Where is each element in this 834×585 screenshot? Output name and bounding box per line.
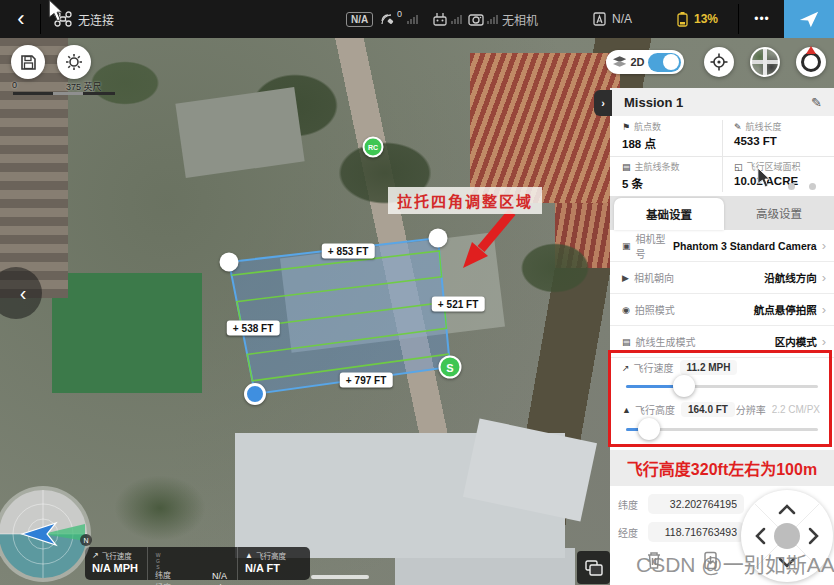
back-icon: ‹ (17, 6, 24, 32)
edge-length-value: 853 FT (337, 246, 369, 257)
mission-settings-button[interactable] (57, 45, 91, 79)
speed-icon: ↗ (622, 363, 630, 373)
tab-basic-settings[interactable]: 基础设置 (614, 198, 724, 230)
battery-percent: 13% (694, 12, 718, 26)
scale-start-label: 0 (12, 80, 17, 90)
rc-marker-label: RC (368, 144, 378, 151)
altitude-slider-handle[interactable] (638, 418, 660, 440)
heading-icon: ▶ (622, 273, 629, 283)
waypoints-icon: ⚑ (622, 122, 630, 132)
locate-button[interactable] (704, 47, 734, 77)
map-type-button[interactable] (577, 551, 610, 584)
airplane-icon (798, 8, 820, 30)
edge-length-label[interactable]: +853 FT (322, 244, 375, 259)
rc-location-marker: RC (363, 137, 384, 158)
compass-mode-button[interactable] (796, 47, 826, 77)
edge-length-label[interactable]: +797 FT (340, 373, 393, 388)
speed-row: ↗ 飞行速度 11.2 MPH (610, 360, 834, 375)
back-button[interactable]: ‹ (8, 0, 34, 38)
longitude-label: 经度 (618, 525, 642, 540)
stat-value: 4533 FT (734, 135, 834, 147)
flight-mode-icon (592, 11, 607, 27)
dpad-right-icon (810, 529, 817, 543)
edge-length-label[interactable]: +538 FT (227, 321, 280, 336)
more-icon: ••• (754, 12, 770, 26)
panel-collapse-tab[interactable]: › (594, 90, 612, 116)
camera-signal (468, 0, 498, 38)
home-indicator (311, 575, 369, 579)
flight-sliders: ↗ 飞行速度 11.2 MPH ▲ 飞行高度 164.0 FT 分辨率 2.2 … (610, 352, 834, 446)
north-needle-icon (806, 46, 816, 54)
view-mode-toggle[interactable]: 2D (606, 50, 684, 74)
rc-status (432, 0, 462, 38)
minimap-button[interactable] (750, 47, 780, 77)
speed-label: 飞行速度 (634, 360, 674, 375)
resolution-label: 分辨率 (736, 402, 766, 417)
altitude-row: ▲ 飞行高度 164.0 FT 分辨率 2.2 CM/PX (610, 402, 834, 417)
row-value: 航点悬停拍照 (754, 302, 817, 317)
toggle-knob (663, 54, 679, 70)
tab-advanced-settings[interactable]: 高级设置 (724, 196, 834, 230)
mission-header: Mission 1 ✎ (610, 88, 834, 116)
gps-status: 0 (380, 0, 418, 38)
corner-handle[interactable] (429, 229, 448, 248)
layers-icon (613, 56, 626, 68)
start-point-marker[interactable]: S (439, 356, 462, 379)
camera-icon (468, 13, 484, 26)
altitude-slider[interactable] (626, 428, 818, 431)
page-dot[interactable] (809, 183, 816, 190)
mission-title: Mission 1 (624, 95, 811, 110)
telemetry-alt-label: 飞行高度 (256, 550, 286, 561)
altitude-value[interactable]: 164.0 FT (681, 402, 735, 417)
edge-length-label[interactable]: +521 FT (432, 297, 485, 312)
resolution-value: 2.2 CM/PX (772, 404, 820, 415)
corner-handle-selected[interactable] (244, 383, 266, 405)
drag-icon: + (233, 323, 239, 334)
page-dot[interactable] (788, 183, 795, 190)
camera-status: 无相机 (502, 0, 538, 38)
save-mission-button[interactable] (11, 45, 45, 79)
more-button[interactable]: ••• (740, 0, 784, 38)
speed-slider-handle[interactable] (673, 375, 695, 397)
altitude-note: 飞行高度320ft左右为100m (610, 450, 834, 486)
gps-signal-bars (407, 15, 418, 24)
stat-value: 5 条 (622, 175, 722, 191)
speed-slider[interactable] (626, 385, 818, 388)
camera-signal-bars (487, 15, 498, 24)
stat-label: 航线长度 (746, 120, 782, 133)
settings-tabs: 基础设置 高级设置 (610, 196, 834, 230)
takeoff-button[interactable] (784, 0, 834, 38)
telemetry-lat-value: N/A (212, 570, 227, 582)
speed-value[interactable]: 11.2 MPH (680, 360, 738, 375)
divider (40, 4, 41, 34)
mode-badge: N/A (346, 0, 373, 38)
dpad-left-icon (757, 529, 764, 543)
dpad-center[interactable] (774, 523, 800, 549)
camera-icon: ▣ (622, 241, 631, 251)
stat-label: 主航线条数 (635, 160, 680, 173)
compass-ring-icon (801, 52, 821, 72)
longitude-input[interactable] (648, 522, 744, 542)
stat-waypoints: ⚑航点数 188 点 (610, 116, 722, 156)
app-screen: S RC +853 FT +521 FT +538 FT +797 FT 拉托四… (0, 0, 834, 585)
stat-value: 10.02 ACRE (734, 175, 834, 187)
corner-handle[interactable] (220, 253, 239, 272)
2d-toggle-switch[interactable] (648, 53, 681, 72)
crosshair-icon (710, 53, 728, 71)
map-layers-icon (585, 560, 603, 576)
lines-icon: ▤ (622, 162, 631, 172)
dpad-up-icon (780, 506, 794, 513)
telemetry-speed-label: 飞行速度 (102, 550, 132, 561)
save-icon (20, 54, 37, 71)
rc-signal-bars (451, 15, 462, 24)
stats-pagination[interactable] (788, 183, 816, 190)
latitude-input[interactable] (648, 494, 744, 514)
edit-mission-icon[interactable]: ✎ (811, 95, 822, 110)
altitude-label: 飞行高度 (635, 402, 675, 417)
telemetry-lat-label: 纬度 (155, 570, 171, 582)
row-camera-model[interactable]: ▣ 相机型号 Phantom 3 Standard Camera › (610, 230, 834, 262)
row-photo-mode[interactable]: ◉ 拍照模式 航点悬停拍照 › (610, 294, 834, 326)
annotation-callout: 拉托四角调整区域 (388, 187, 542, 214)
settings-rows: ▣ 相机型号 Phantom 3 Standard Camera › ▶ 相机朝… (610, 230, 834, 358)
row-camera-heading[interactable]: ▶ 相机朝向 沿航线方向 › (610, 262, 834, 294)
